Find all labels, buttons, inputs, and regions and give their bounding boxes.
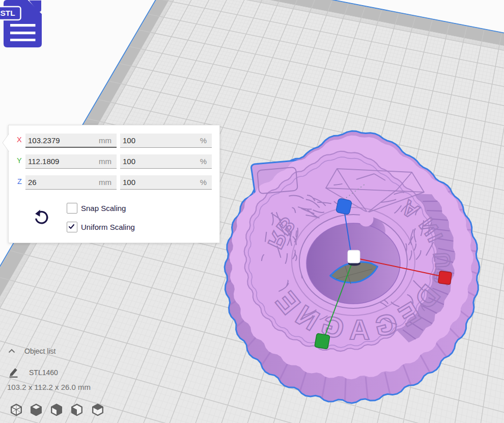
- svg-text:STL: STL: [1, 9, 15, 17]
